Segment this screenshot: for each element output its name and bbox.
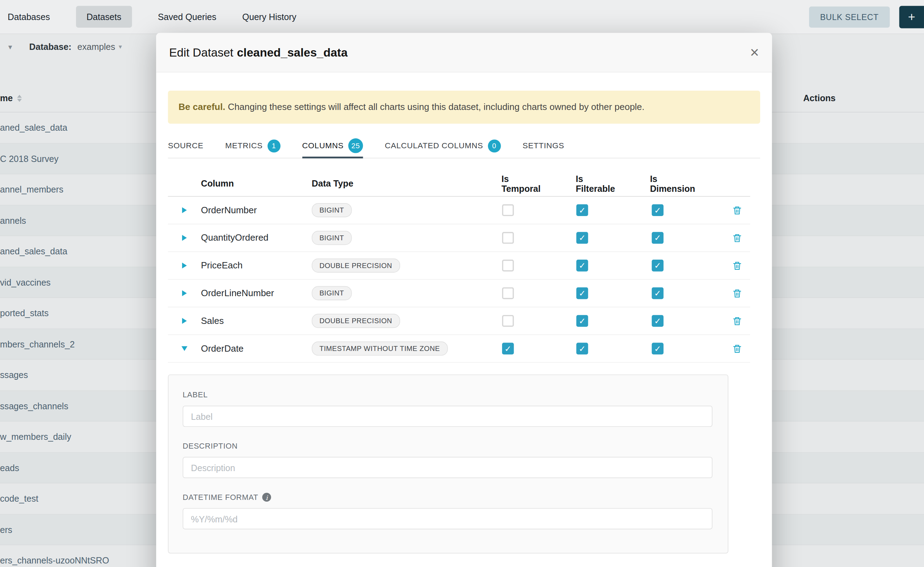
column-name: OrderNumber (201, 205, 312, 215)
warning-text: Changing these settings will affect all … (228, 102, 644, 112)
tab-count-badge: 1 (267, 139, 280, 152)
modal-header: Edit Datasetcleaned_sales_data × (156, 33, 772, 72)
is-dimension-checkbox[interactable]: ✓ (652, 260, 664, 272)
column-row: SalesDOUBLE PRECISION✓✓ (168, 308, 750, 335)
datetime-field-label: DATETIME FORMAT i (183, 493, 713, 502)
label-field-label: LABEL (183, 390, 713, 399)
description-field: DESCRIPTION (183, 442, 713, 478)
header-is-filterable: Is Filterable (545, 174, 619, 194)
data-type-badge: BIGINT (312, 231, 352, 245)
tab-label: CALCULATED COLUMNS (385, 141, 483, 150)
is-temporal-checkbox[interactable] (502, 260, 514, 272)
delete-column-button[interactable] (696, 316, 750, 326)
modal-title-prefix: Edit Dataset (169, 46, 233, 58)
datetime-field-caption: DATETIME FORMAT (183, 493, 259, 502)
is-temporal-checkbox[interactable] (502, 315, 514, 327)
tab-label: METRICS (226, 141, 263, 150)
tab-count-badge: 25 (348, 138, 363, 153)
tab-calculated-columns[interactable]: CALCULATED COLUMNS0 (385, 134, 501, 158)
expand-column-toggle[interactable] (168, 262, 201, 268)
info-icon[interactable]: i (262, 493, 271, 502)
column-row: OrderNumberBIGINT✓✓ (168, 197, 750, 225)
modal-body: Be careful. Changing these settings will… (156, 91, 772, 553)
header-is-dimension: Is Dimension (619, 174, 696, 194)
data-type-badge: BIGINT (312, 203, 352, 217)
data-type-badge: DOUBLE PRECISION (312, 314, 400, 328)
chevron-right-icon (182, 207, 187, 213)
is-temporal-checkbox[interactable] (502, 287, 514, 299)
modal-tabs: SOURCEMETRICS1COLUMNS25CALCULATED COLUMN… (168, 134, 760, 158)
header-is-temporal: Is Temporal (471, 174, 545, 194)
delete-column-button[interactable] (696, 288, 750, 298)
column-name: Sales (201, 315, 312, 326)
data-type-badge: TIMESTAMP WITHOUT TIME ZONE (312, 342, 448, 356)
header-column: Column (201, 178, 312, 188)
datetime-format-input[interactable] (183, 508, 713, 529)
tab-columns[interactable]: COLUMNS25 (302, 134, 363, 158)
is-filterable-checkbox[interactable]: ✓ (576, 315, 588, 327)
warning-banner: Be careful. Changing these settings will… (168, 91, 760, 124)
header-data-type: Data Type (312, 178, 471, 188)
tab-metrics[interactable]: METRICS1 (226, 134, 281, 158)
is-dimension-checkbox[interactable]: ✓ (652, 342, 664, 354)
description-input[interactable] (183, 457, 713, 478)
datasets-page: DatabasesDatasetsSaved QueriesQuery Hist… (0, 0, 924, 567)
is-temporal-checkbox[interactable]: ✓ (502, 342, 514, 354)
tab-label: SETTINGS (522, 141, 564, 150)
tab-label: COLUMNS (302, 141, 343, 150)
chevron-down-icon (181, 346, 187, 351)
expand-column-toggle[interactable] (168, 207, 201, 213)
label-input[interactable] (183, 406, 713, 427)
is-dimension-checkbox[interactable]: ✓ (652, 287, 664, 299)
is-dimension-checkbox[interactable]: ✓ (652, 315, 664, 327)
column-row: PriceEachDOUBLE PRECISION✓✓ (168, 252, 750, 280)
delete-column-button[interactable] (696, 205, 750, 215)
columns-table-header: Column Data Type Is Temporal Is Filterab… (168, 171, 750, 197)
trash-icon (732, 205, 742, 215)
chevron-right-icon (182, 262, 187, 268)
expand-column-toggle[interactable] (168, 318, 201, 324)
is-filterable-checkbox[interactable]: ✓ (576, 287, 588, 299)
datetime-format-field: DATETIME FORMAT i (183, 493, 713, 530)
label-field-caption: LABEL (183, 390, 208, 399)
modal-title: Edit Datasetcleaned_sales_data (169, 46, 348, 59)
chevron-right-icon (182, 318, 187, 324)
trash-icon (732, 261, 742, 270)
is-filterable-checkbox[interactable]: ✓ (576, 232, 588, 244)
column-row: OrderDateTIMESTAMP WITHOUT TIME ZONE✓✓✓ (168, 335, 750, 363)
is-filterable-checkbox[interactable]: ✓ (576, 204, 588, 216)
is-filterable-checkbox[interactable]: ✓ (576, 260, 588, 272)
column-name: OrderDate (201, 343, 312, 354)
expand-column-toggle[interactable] (168, 290, 201, 296)
column-name: QuantityOrdered (201, 232, 312, 243)
column-row: OrderLineNumberBIGINT✓✓ (168, 280, 750, 308)
chevron-right-icon (182, 235, 187, 241)
column-name: PriceEach (201, 260, 312, 271)
close-icon[interactable]: × (750, 45, 759, 60)
chevron-right-icon (182, 290, 187, 296)
modal-dataset-name: cleaned_sales_data (237, 46, 348, 58)
tab-settings[interactable]: SETTINGS (522, 134, 564, 158)
trash-icon (732, 288, 742, 298)
is-temporal-checkbox[interactable] (502, 232, 514, 244)
data-type-badge: BIGINT (312, 286, 352, 300)
is-dimension-checkbox[interactable]: ✓ (652, 204, 664, 216)
is-dimension-checkbox[interactable]: ✓ (652, 232, 664, 244)
column-editor-panel: LABEL DESCRIPTION DATETIME FORMAT i (168, 375, 728, 554)
column-name: OrderLineNumber (201, 288, 312, 298)
column-row: QuantityOrderedBIGINT✓✓ (168, 225, 750, 252)
edit-dataset-modal: Edit Datasetcleaned_sales_data × Be care… (156, 33, 772, 567)
is-temporal-checkbox[interactable] (502, 204, 514, 216)
delete-column-button[interactable] (696, 344, 750, 353)
delete-column-button[interactable] (696, 261, 750, 270)
warning-bold: Be careful. (179, 102, 226, 112)
is-filterable-checkbox[interactable]: ✓ (576, 342, 588, 354)
tab-count-badge: 0 (488, 139, 501, 152)
trash-icon (732, 316, 742, 326)
trash-icon (732, 344, 742, 353)
expand-column-toggle[interactable] (168, 235, 201, 241)
delete-column-button[interactable] (696, 233, 750, 243)
tab-source[interactable]: SOURCE (168, 134, 203, 158)
expand-column-toggle[interactable] (168, 346, 201, 351)
columns-table-body: OrderNumberBIGINT✓✓QuantityOrderedBIGINT… (168, 197, 760, 363)
